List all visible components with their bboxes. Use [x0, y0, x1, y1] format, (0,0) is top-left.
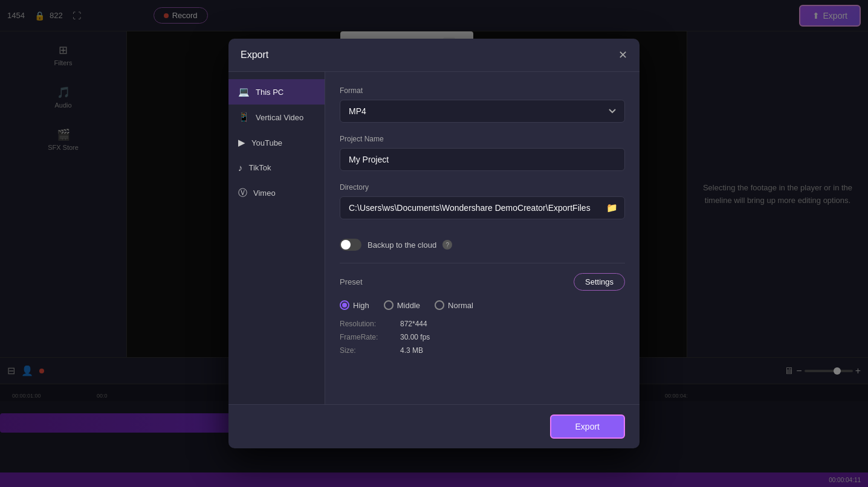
radio-high-dot	[342, 303, 347, 308]
size-value: 4.3 MB	[400, 346, 625, 355]
radio-middle-circle	[384, 300, 394, 310]
size-label: Size:	[340, 346, 400, 355]
dialog-footer: Export	[228, 404, 640, 448]
dialog-sidebar: 💻 This PC 📱 Vertical Video ▶ YouTube ♪ T…	[228, 72, 325, 404]
vimeo-icon: Ⓥ	[238, 187, 247, 199]
sidebar-item-vimeo[interactable]: Ⓥ Vimeo	[228, 180, 325, 206]
tiktok-icon: ♪	[238, 163, 243, 173]
tiktok-label: TikTok	[249, 163, 271, 172]
backup-toggle[interactable]	[340, 239, 361, 251]
vertical-video-label: Vertical Video	[256, 113, 303, 122]
project-name-label: Project Name	[340, 135, 625, 143]
format-group: Format MP4 MOV AVI GIF	[340, 86, 625, 123]
backup-help-icon[interactable]: ?	[442, 240, 452, 250]
vimeo-label: Vimeo	[253, 189, 276, 198]
sidebar-item-vertical-video[interactable]: 📱 Vertical Video	[228, 105, 325, 130]
radio-middle-label: Middle	[397, 301, 420, 310]
radio-normal[interactable]: Normal	[435, 300, 473, 310]
radio-normal-circle	[435, 300, 444, 310]
project-name-input[interactable]	[340, 148, 625, 171]
radio-high[interactable]: High	[340, 300, 369, 310]
radio-high-circle	[340, 300, 349, 310]
youtube-label: YouTube	[251, 138, 282, 147]
framerate-label: FrameRate:	[340, 333, 400, 341]
this-pc-label: This PC	[256, 88, 283, 97]
folder-icon[interactable]: 📁	[606, 202, 618, 213]
directory-field: 📁	[340, 196, 625, 219]
directory-group: Directory 📁	[340, 183, 625, 219]
youtube-icon: ▶	[238, 137, 245, 148]
settings-button[interactable]: Settings	[574, 273, 625, 291]
resolution-value: 872*444	[400, 320, 625, 328]
sidebar-item-tiktok[interactable]: ♪ TikTok	[228, 155, 325, 180]
dialog-body: 💻 This PC 📱 Vertical Video ▶ YouTube ♪ T…	[228, 72, 640, 404]
directory-input[interactable]	[340, 196, 625, 219]
format-select[interactable]: MP4 MOV AVI GIF	[340, 100, 625, 123]
sidebar-item-this-pc[interactable]: 💻 This PC	[228, 79, 325, 105]
vertical-video-icon: 📱	[238, 112, 250, 123]
project-name-group: Project Name	[340, 135, 625, 171]
radio-middle[interactable]: Middle	[384, 300, 420, 310]
divider	[340, 263, 625, 263]
preset-label: Preset	[340, 277, 363, 286]
dialog-content: Format MP4 MOV AVI GIF Project Name Dire…	[325, 72, 640, 404]
backup-row: Backup to the cloud ?	[340, 231, 625, 258]
dialog-header: Export ✕	[228, 39, 640, 72]
backup-label: Backup to the cloud	[368, 240, 436, 250]
framerate-value: 30.00 fps	[400, 333, 625, 341]
dialog-title: Export	[241, 50, 268, 60]
preset-row: Preset Settings	[340, 273, 625, 291]
modal-overlay: Export ✕ 💻 This PC 📱 Vertical Video ▶ Yo…	[0, 0, 868, 487]
export-dialog-button[interactable]: Export	[550, 414, 625, 439]
format-label: Format	[340, 86, 625, 95]
specs-grid: Resolution: 872*444 FrameRate: 30.00 fps…	[340, 320, 625, 355]
radio-high-label: High	[353, 301, 369, 310]
dialog-close-button[interactable]: ✕	[618, 48, 627, 62]
this-pc-icon: 💻	[238, 86, 250, 97]
directory-label: Directory	[340, 183, 625, 192]
export-dialog: Export ✕ 💻 This PC 📱 Vertical Video ▶ Yo…	[228, 39, 640, 448]
radio-group: High Middle Normal	[340, 300, 625, 310]
radio-normal-label: Normal	[448, 301, 473, 310]
resolution-label: Resolution:	[340, 320, 400, 328]
sidebar-item-youtube[interactable]: ▶ YouTube	[228, 130, 325, 155]
